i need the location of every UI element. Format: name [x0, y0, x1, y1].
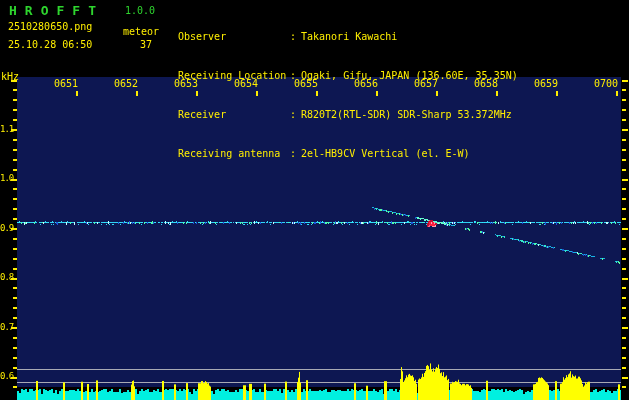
x-tick-label: 0654	[230, 78, 258, 89]
station-row-value: 2el-HB9CV Vertical (el. E-W)	[301, 147, 470, 160]
x-tick-label: 0653	[170, 78, 198, 89]
hrofft-window: HROFFT 1.0.0 2510280650.png meteor 25.10…	[0, 0, 629, 400]
x-tick-label: 0657	[410, 78, 438, 89]
station-row-value: Takanori Kawachi	[301, 30, 397, 43]
y-tick-label: 0.9	[0, 223, 13, 233]
station-row-value: R820T2(RTL-SDR) SDR-Sharp 53.372MHz	[301, 108, 512, 121]
mode-label: meteor	[123, 26, 159, 37]
station-row-location: Receiving Location:Ogaki, Gifu, JAPAN (1…	[178, 69, 518, 82]
x-tick-label: 0652	[110, 78, 138, 89]
station-row-separator: :	[290, 30, 301, 43]
y-tick-label: 0.6	[0, 371, 13, 381]
station-row-separator: :	[290, 147, 301, 160]
station-row-observer: Observer:Takanori Kawachi	[178, 30, 518, 43]
x-tick-label: 0655	[290, 78, 318, 89]
app-version: 1.0.0	[125, 5, 155, 16]
x-tick-label: 0659	[530, 78, 558, 89]
station-info: Observer:Takanori Kawachi Receiving Loca…	[178, 4, 518, 186]
y-tick-label: 0.8	[0, 272, 13, 282]
station-row-separator: :	[290, 108, 301, 121]
station-row-label: Observer	[178, 30, 290, 43]
app-title: HROFFT	[9, 3, 104, 18]
x-tick-label: 0700	[590, 78, 618, 89]
output-filename: 2510280650.png	[8, 21, 92, 32]
station-row-antenna: Receiving antenna:2el-HB9CV Vertical (el…	[178, 147, 518, 160]
x-tick-label: 0651	[50, 78, 78, 89]
station-row-label: Receiving antenna	[178, 147, 290, 160]
x-tick-label: 0658	[470, 78, 498, 89]
y-tick-label: 1.0	[0, 173, 13, 183]
observation-datetime: 25.10.28 06:50	[8, 39, 92, 50]
meteor-count: 37	[133, 39, 159, 50]
y-tick-label: 1.1	[0, 124, 13, 134]
y-axis-unit-label: kHz	[1, 71, 19, 82]
station-row-label: Receiver	[178, 108, 290, 121]
x-tick-label: 0656	[350, 78, 378, 89]
y-tick-label: 0.7	[0, 322, 13, 332]
station-row-receiver: Receiver:R820T2(RTL-SDR) SDR-Sharp 53.37…	[178, 108, 518, 121]
